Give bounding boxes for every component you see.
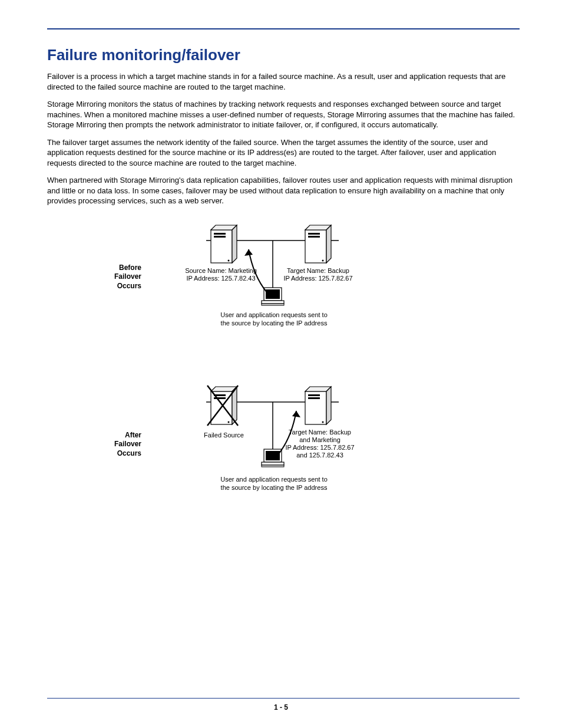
svg-rect-29: [214, 397, 226, 399]
top-rule: [47, 28, 520, 29]
svg-rect-10: [305, 230, 326, 263]
svg-rect-19: [262, 304, 284, 305]
diagrams-container: Before Failover Occurs: [47, 217, 520, 510]
target-ip-label2: and 125.7.82.43: [296, 452, 343, 459]
svg-marker-6: [232, 225, 237, 263]
svg-marker-35: [326, 387, 331, 424]
svg-rect-7: [214, 233, 226, 235]
svg-rect-42: [262, 465, 284, 467]
svg-point-9: [228, 260, 230, 262]
svg-rect-41: [262, 462, 284, 465]
caption-line: User and application requests sent to: [220, 476, 328, 483]
svg-rect-37: [308, 397, 320, 399]
source-ip-label: IP Address: 125.7.82.43: [186, 275, 255, 282]
page-number: 1 - 5: [0, 703, 562, 711]
target-name-label: Target Name: Backup: [287, 267, 349, 274]
diagram-side-label: Before Failover Occurs: [47, 263, 165, 291]
diagram-side-label: After Failover Occurs: [47, 431, 165, 459]
caption-line: User and application requests sent to: [220, 311, 328, 318]
tower-icon-failed: [207, 386, 238, 426]
target-name-label2: and Marketing: [299, 436, 340, 443]
label-line: Occurs: [117, 449, 141, 457]
body-text: Failover is a process in which a target …: [47, 71, 520, 206]
diagram-svg-wrap: Source Name: Marketing IP Address: 125.7…: [165, 217, 383, 337]
label-line: Failover: [114, 440, 141, 448]
label-line: Failover: [114, 272, 141, 281]
diagram-before: Before Failover Occurs: [47, 217, 520, 337]
source-name-label: Source Name: Marketing: [185, 267, 257, 274]
svg-rect-36: [308, 394, 320, 396]
svg-rect-18: [262, 301, 284, 304]
target-ip-label: IP Address: 125.7.82.67: [285, 444, 354, 451]
before-failover-svg: Source Name: Marketing IP Address: 125.7…: [165, 217, 383, 335]
paragraph: When partnered with Storage Mirroring's …: [47, 175, 520, 206]
svg-point-30: [228, 421, 230, 423]
tower-icon: [305, 387, 331, 424]
bottom-rule: [47, 698, 520, 699]
svg-rect-40: [266, 451, 280, 460]
svg-rect-33: [305, 391, 326, 424]
target-name-label: Target Name: Backup: [289, 429, 351, 436]
svg-rect-13: [308, 233, 320, 235]
svg-marker-43: [292, 411, 300, 417]
svg-marker-20: [244, 249, 253, 256]
svg-point-15: [322, 260, 324, 262]
section-heading: Failure monitoring/failover: [47, 46, 520, 64]
paragraph: Storage Mirroring monitors the status of…: [47, 99, 520, 130]
tower-icon: [211, 225, 237, 263]
caption-line: the source by locating the IP address: [221, 484, 328, 491]
after-failover-svg: Failed Source Target Name: Backup and Ma…: [165, 378, 383, 508]
diagram-svg-wrap: Failed Source Target Name: Backup and Ma…: [165, 378, 383, 510]
svg-point-38: [322, 421, 324, 423]
svg-marker-12: [326, 225, 331, 263]
caption-line: the source by locating the IP address: [221, 319, 328, 327]
failed-source-label: Failed Source: [204, 431, 244, 439]
label-line: After: [125, 431, 141, 439]
svg-rect-4: [211, 230, 232, 263]
tower-icon: [305, 225, 331, 263]
diagram-after: After Failover Occurs: [47, 378, 520, 510]
svg-rect-14: [308, 236, 320, 238]
svg-rect-8: [214, 236, 226, 238]
document-page: Failure monitoring/failover Failover is …: [0, 0, 562, 728]
paragraph: The failover target assumes the network …: [47, 137, 520, 169]
target-ip-label: IP Address: 125.7.82.67: [283, 275, 352, 282]
label-line: Occurs: [117, 282, 141, 290]
paragraph: Failover is a process in which a target …: [47, 71, 520, 92]
label-line: Before: [119, 263, 141, 272]
svg-rect-17: [266, 289, 280, 299]
